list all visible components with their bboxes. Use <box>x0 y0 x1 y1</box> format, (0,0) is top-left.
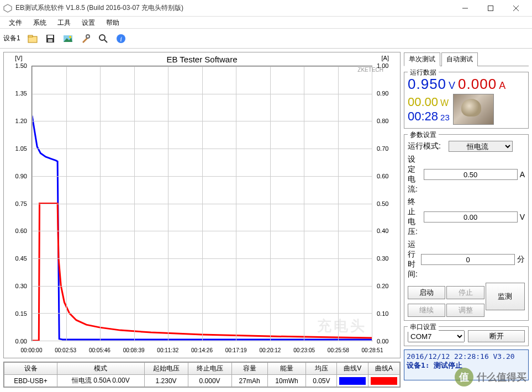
close-button[interactable] <box>503 0 529 17</box>
table-header[interactable]: 能量 <box>267 363 306 375</box>
save-icon[interactable] <box>43 31 58 46</box>
image-icon[interactable] <box>60 31 76 46</box>
cell-swatch-a <box>368 375 400 387</box>
page-watermark: 值 什么值得买 <box>455 368 526 386</box>
start-button[interactable]: 启动 <box>408 286 445 299</box>
cell-vend: 0.000V <box>188 375 231 387</box>
menu-file[interactable]: 文件 <box>3 17 28 29</box>
x-tick: 00:05:46 <box>89 347 110 353</box>
svg-rect-9 <box>48 39 52 42</box>
x-tick: 00:23:05 <box>293 347 315 353</box>
runtime-input[interactable] <box>421 254 515 265</box>
info-icon[interactable]: i <box>113 31 129 46</box>
mode-tabs: 单次测试 自动测试 <box>404 52 529 66</box>
table-header[interactable]: 起始电压 <box>144 363 188 375</box>
y-right-tick: 0.30 <box>377 255 388 262</box>
time-sec: 23 <box>440 113 450 122</box>
cell-vstart: 1.230V <box>144 375 188 387</box>
y-right-tick: 0.00 <box>377 338 388 345</box>
setcur-label: 设定电流: <box>408 155 422 194</box>
chart-area: [V] EB Tester Software [A] ZKETECH 充电头 0… <box>3 52 401 358</box>
svg-line-15 <box>104 40 107 43</box>
menu-settings[interactable]: 设置 <box>76 17 101 29</box>
serial-title: 串口设置 <box>408 322 439 332</box>
runtime-label: 运行时间: <box>408 240 419 279</box>
x-tick: 00:00:00 <box>21 347 43 353</box>
y-right-tick: 0.70 <box>377 145 388 152</box>
svg-rect-6 <box>28 35 33 37</box>
serial-group: 串口设置 COM7 断开 <box>404 326 529 346</box>
table-header[interactable]: 曲线V <box>337 363 368 375</box>
com-port-select[interactable]: COM7 <box>408 330 465 342</box>
table-row[interactable]: EBD-USB+ 恒电流 0.50A 0.00V 1.230V 0.000V 2… <box>4 375 400 387</box>
run-data-group: 运行数据 0.950 V 0.000 A 00.00 W 00:28 23 <box>404 72 529 129</box>
x-tick: 00:17:19 <box>225 347 247 353</box>
x-tick: 00:08:39 <box>123 347 145 353</box>
current-unit: A <box>499 80 506 92</box>
table-header[interactable]: 设备 <box>4 363 57 375</box>
watermark-badge: 值 <box>455 368 473 386</box>
menu-help[interactable]: 帮助 <box>101 17 125 29</box>
y-left-tick: 1.35 <box>5 90 27 97</box>
svg-point-13 <box>86 35 89 38</box>
svg-rect-8 <box>48 35 53 38</box>
y-right-tick: 0.40 <box>377 227 388 234</box>
tab-auto-test[interactable]: 自动测试 <box>441 52 478 66</box>
voltage-unit: V <box>449 80 456 92</box>
x-tick: 00:25:58 <box>328 347 349 353</box>
device-tab-label[interactable]: 设备1 <box>3 34 20 43</box>
time-readout: 00:28 <box>408 109 438 124</box>
setcur-input[interactable] <box>424 169 518 180</box>
y-right-axis-label: [A] <box>382 55 389 61</box>
x-tick: 00:11:32 <box>157 347 178 353</box>
menu-tools[interactable]: 工具 <box>52 17 76 29</box>
search-icon[interactable] <box>96 31 111 46</box>
cell-swatch-v <box>337 375 368 387</box>
disconnect-button[interactable]: 断开 <box>468 330 525 342</box>
y-left-tick: 1.05 <box>5 145 27 152</box>
adjust-button[interactable]: 调整 <box>446 304 484 317</box>
stopv-input[interactable] <box>424 211 518 223</box>
monitor-button[interactable]: 监测 <box>486 283 525 310</box>
param-group: 参数设置 运行模式: 恒电流 设定电流: A 终止电压: V 运行时间: 分 <box>404 134 529 321</box>
y-right-tick: 0.90 <box>377 90 388 97</box>
runtime-unit: 分 <box>517 255 525 264</box>
cell-device: EBD-USB+ <box>4 375 57 387</box>
chart-title: EB Tester Software <box>166 55 237 64</box>
tools-icon[interactable] <box>78 31 93 46</box>
minimize-button[interactable] <box>452 0 478 17</box>
maximize-button[interactable] <box>478 0 503 17</box>
svg-marker-0 <box>4 4 12 12</box>
preview-image <box>453 94 494 125</box>
run-data-title: 运行数据 <box>408 68 439 77</box>
tab-single-test[interactable]: 单次测试 <box>404 52 440 66</box>
table-header[interactable]: 均压 <box>306 363 337 375</box>
table-header[interactable]: 终止电压 <box>188 363 231 375</box>
y-left-axis-label: [V] <box>15 55 22 61</box>
y-left-tick: 1.20 <box>5 118 27 124</box>
mode-select[interactable]: 恒电流 <box>449 141 513 152</box>
table-header[interactable]: 模式 <box>57 363 145 375</box>
y-left-tick: 0.60 <box>5 227 27 234</box>
stopv-unit: V <box>520 213 525 221</box>
log-line-1: 2016/12/12 22:28:16 V3.20 <box>407 352 526 361</box>
svg-point-12 <box>69 36 71 38</box>
cell-mode: 恒电流 0.50A 0.00V <box>57 375 145 387</box>
titlebar: EB测试系统软件 V1.8.5 (Build 2016-03-07 充电头特别版… <box>0 0 532 17</box>
y-left-tick: 0.90 <box>5 173 27 179</box>
menu-system[interactable]: 系统 <box>28 17 52 29</box>
stopv-label: 终止电压: <box>408 197 422 237</box>
power-unit: W <box>440 98 449 108</box>
y-left-tick: 0.45 <box>5 255 27 262</box>
x-tick: 00:14:26 <box>191 347 213 353</box>
continue-button[interactable]: 继续 <box>408 304 445 317</box>
mode-label: 运行模式: <box>408 141 446 151</box>
stop-button[interactable]: 停止 <box>446 286 484 299</box>
table-header[interactable]: 曲线A <box>368 363 400 375</box>
x-tick: 00:02:53 <box>55 347 76 353</box>
svg-point-14 <box>99 35 105 40</box>
table-header[interactable]: 容量 <box>231 363 267 375</box>
open-icon[interactable] <box>25 31 40 46</box>
voltage-readout: 0.950 <box>408 76 446 93</box>
power-readout: 00.00 <box>408 95 438 109</box>
